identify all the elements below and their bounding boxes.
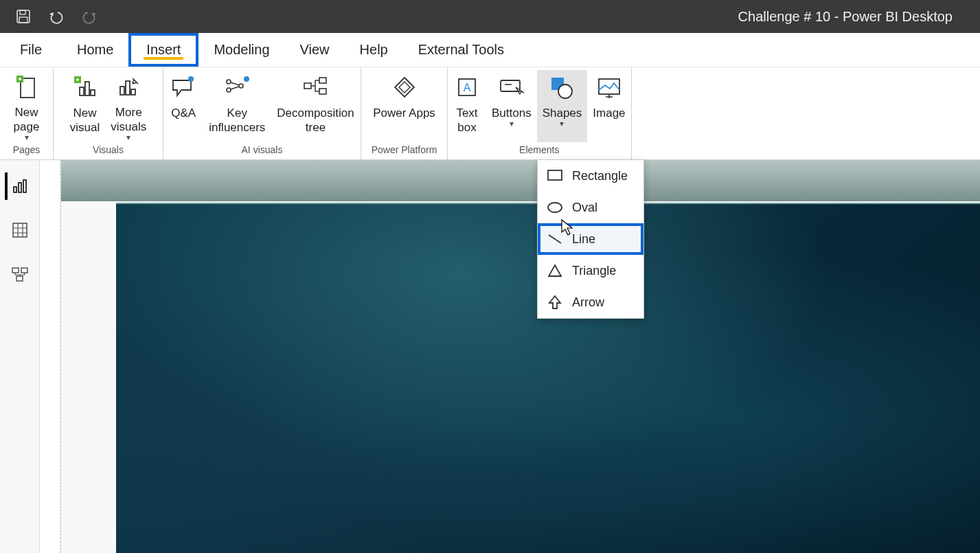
svg-rect-26 xyxy=(14,187,16,192)
chevron-down-icon: ▾ xyxy=(126,133,130,142)
buttons-button[interactable]: Buttons ▾ xyxy=(486,70,537,142)
chevron-down-icon: ▾ xyxy=(25,133,29,142)
key-influencers-button[interactable]: Key influencers xyxy=(203,70,271,142)
button-label: Key influencers xyxy=(209,106,265,135)
chevron-down-icon: ▾ xyxy=(510,119,514,128)
decomposition-tree-button[interactable]: Decomposition tree xyxy=(271,70,359,142)
key-influencers-icon xyxy=(223,71,251,104)
tab-insert[interactable]: Insert xyxy=(128,33,198,67)
undo-button[interactable] xyxy=(48,8,65,25)
shape-rectangle-item[interactable]: Rectangle xyxy=(538,160,643,192)
svg-rect-17 xyxy=(304,83,311,89)
tab-help[interactable]: Help xyxy=(345,33,403,67)
tab-external-tools[interactable]: External Tools xyxy=(403,33,519,67)
svg-point-16 xyxy=(244,76,249,82)
svg-point-24 xyxy=(558,84,572,98)
shape-line-item[interactable]: Line xyxy=(538,223,643,255)
tab-view[interactable]: View xyxy=(285,33,345,67)
new-page-icon xyxy=(15,71,38,104)
menuitem-label: Triangle xyxy=(572,264,616,278)
report-view-icon xyxy=(11,177,29,195)
ribbon-group-pages: New page ▾ Pages xyxy=(0,67,54,159)
save-icon xyxy=(16,9,31,24)
menuitem-label: Oval xyxy=(572,201,597,215)
shapes-button[interactable]: Shapes ▾ xyxy=(537,70,588,142)
svg-rect-7 xyxy=(91,90,95,95)
svg-rect-29 xyxy=(13,223,27,237)
new-visual-icon xyxy=(73,71,98,104)
power-apps-button[interactable]: Power Apps xyxy=(367,70,442,142)
buttons-icon xyxy=(498,71,525,104)
redo-icon xyxy=(81,9,98,24)
shapes-dropdown-menu: Rectangle Oval Line Triangle Arrow xyxy=(537,159,644,319)
svg-point-12 xyxy=(188,76,194,82)
svg-point-34 xyxy=(548,203,562,212)
redo-button[interactable] xyxy=(81,8,98,25)
group-label: Elements xyxy=(519,142,559,157)
ribbon-group-elements: A Text box Buttons ▾ xyxy=(448,67,632,159)
ribbon: New page ▾ Pages New visual xyxy=(0,67,980,160)
svg-point-13 xyxy=(227,80,231,84)
svg-rect-30 xyxy=(12,268,19,273)
button-label: Q&A xyxy=(171,106,196,120)
svg-rect-2 xyxy=(19,17,27,23)
image-button[interactable]: Image xyxy=(587,70,630,142)
scroll-gutter[interactable] xyxy=(40,160,60,553)
save-button[interactable] xyxy=(15,8,32,25)
shape-arrow-item[interactable]: Arrow xyxy=(538,286,643,318)
menuitem-label: Rectangle xyxy=(572,169,628,183)
ribbon-group-ai-visuals: Q&A Key influencers xyxy=(163,67,361,159)
button-label: New page xyxy=(14,105,40,135)
workspace xyxy=(0,160,980,553)
qa-button[interactable]: Q&A xyxy=(164,70,203,142)
new-page-button[interactable]: New page ▾ xyxy=(8,70,46,142)
model-view-button[interactable] xyxy=(6,260,34,288)
ribbon-group-visuals: New visual More visuals ▾ Visuals xyxy=(54,67,163,159)
image-icon xyxy=(596,71,622,104)
svg-text:A: A xyxy=(464,82,471,93)
svg-rect-32 xyxy=(16,276,23,281)
svg-rect-33 xyxy=(548,170,562,180)
tab-modeling[interactable]: Modeling xyxy=(198,33,284,67)
model-view-icon xyxy=(11,265,29,283)
decomposition-tree-icon xyxy=(301,71,329,104)
more-visuals-button[interactable]: More visuals ▾ xyxy=(105,70,152,142)
active-tab-underline xyxy=(144,57,183,60)
canvas-background-top xyxy=(61,160,980,201)
data-view-button[interactable] xyxy=(6,216,34,244)
svg-line-35 xyxy=(549,235,561,243)
data-view-icon xyxy=(11,221,29,239)
report-view-button[interactable] xyxy=(5,172,32,200)
power-apps-icon xyxy=(391,71,418,104)
group-label: Pages xyxy=(13,142,41,157)
button-label: New visual xyxy=(70,106,100,135)
tab-file[interactable]: File xyxy=(0,33,62,67)
button-label: More visuals xyxy=(111,105,146,135)
button-label: Power Apps xyxy=(373,106,435,120)
svg-rect-6 xyxy=(85,82,89,95)
more-visuals-icon xyxy=(116,71,141,104)
svg-rect-10 xyxy=(126,81,130,95)
shape-oval-item[interactable]: Oval xyxy=(538,192,643,223)
shapes-icon xyxy=(549,71,575,104)
new-visual-button[interactable]: New visual xyxy=(65,70,105,142)
svg-rect-28 xyxy=(23,180,26,192)
triangle-icon xyxy=(547,263,562,278)
svg-point-15 xyxy=(239,84,243,88)
chevron-down-icon: ▾ xyxy=(560,119,564,128)
button-label: Decomposition tree xyxy=(277,106,354,135)
oval-icon xyxy=(547,200,562,215)
report-canvas[interactable] xyxy=(60,160,980,553)
shape-triangle-item[interactable]: Triangle xyxy=(538,255,643,286)
arrow-icon xyxy=(547,295,562,310)
window-title: Challenge # 10 - Power BI Desktop xyxy=(738,9,953,25)
button-label: Text box xyxy=(456,106,477,135)
button-label: Image xyxy=(593,106,625,120)
text-box-button[interactable]: A Text box xyxy=(448,70,486,142)
quick-access-toolbar xyxy=(0,8,98,25)
ribbon-tabstrip: File Home Insert Modeling View Help Exte… xyxy=(0,33,980,67)
text-box-icon: A xyxy=(455,71,479,104)
tab-home[interactable]: Home xyxy=(62,33,128,67)
button-label: Shapes xyxy=(543,106,582,120)
button-label: Buttons xyxy=(492,106,532,120)
